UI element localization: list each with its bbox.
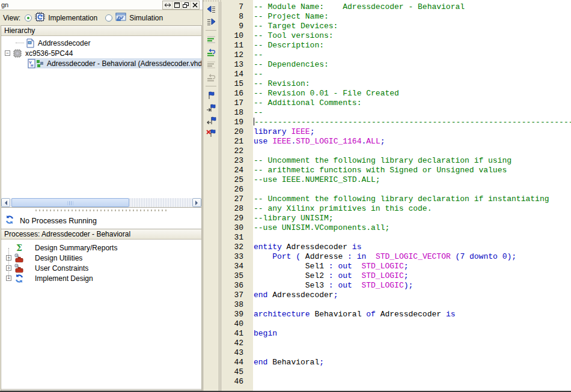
expand-expander-icon[interactable]: + — [6, 255, 11, 261]
shift-left-button[interactable] — [206, 4, 217, 14]
line-number: 12 — [222, 50, 248, 60]
line-number: 14 — [222, 70, 248, 79]
scrollbar-thumb[interactable] — [11, 198, 129, 207]
simulation-radio-label[interactable]: Simulation — [129, 14, 163, 22]
comment-lines-disabled-button[interactable] — [206, 59, 217, 70]
code-line: 12-- — [222, 50, 571, 60]
code-line: 30--use UNISIM.VComponents.all; — [222, 223, 571, 233]
float-window-button[interactable] — [163, 1, 172, 9]
code-text: -- Module Name: Adressdecoder - Behavior… — [248, 2, 571, 12]
design-panel-titlebar: gn — [0, 0, 203, 10]
scroll-left-button[interactable] — [1, 198, 10, 207]
implementation-radio-label[interactable]: Implementation — [48, 14, 97, 22]
simulation-radio[interactable] — [105, 14, 112, 22]
process-item[interactable]: ΣDesign Summary/Reports — [1, 243, 201, 253]
chip-icon — [13, 49, 22, 58]
comment-lines-button[interactable] — [206, 34, 217, 44]
expand-expander-icon[interactable]: + — [6, 276, 11, 281]
code-text: begin — [248, 329, 571, 339]
selected-row-highlight[interactable]: VHAdressdecoder - Behavioral (Adressdeco… — [28, 58, 201, 68]
uncomment-lines-icon — [206, 47, 216, 57]
process-item[interactable]: +Implement Design — [1, 273, 201, 283]
code-line: 27-- Uncomment the following library dec… — [222, 194, 571, 204]
expand-expander-icon[interactable]: + — [6, 265, 11, 271]
clear-bookmarks-button[interactable] — [206, 128, 217, 138]
scroll-right-arrow-icon — [195, 201, 200, 205]
code-line: 42 — [222, 339, 571, 348]
hierarchy-item-label: Addressdecoder — [38, 39, 90, 47]
hierarchy-item[interactable]: VHAdressdecoder - Behavioral (Adressdeco… — [1, 58, 201, 68]
editor-frame-divider — [219, 0, 221, 391]
panel-splitter[interactable] — [0, 208, 203, 213]
hierarchy-hscrollbar[interactable] — [1, 198, 201, 207]
code-text: -- Project Name: — [248, 12, 571, 22]
view-selector-bar: View: Implementation Simulation — [0, 11, 203, 25]
process-item[interactable]: +User Constraints — [1, 263, 201, 273]
toggle-bookmark-icon — [206, 91, 216, 100]
restore-button[interactable] — [181, 1, 190, 9]
implementation-radio[interactable] — [25, 14, 32, 22]
code-line: 29--library UNISIM; — [222, 214, 571, 223]
code-line: 10-- Tool versions: — [222, 31, 571, 41]
code-line: 13-- Dependencies: — [222, 60, 571, 70]
process-item[interactable]: +Design Utilities — [1, 253, 201, 263]
maximize-button[interactable] — [172, 1, 181, 9]
code-text: --library UNISIM; — [248, 214, 571, 223]
scroll-right-button[interactable] — [192, 198, 201, 207]
hierarchy-item[interactable]: Addressdecoder — [1, 38, 201, 48]
line-number: 22 — [222, 146, 248, 156]
code-line: 18-- — [222, 108, 571, 118]
code-line: 41begin — [222, 329, 571, 339]
icon-slot — [14, 253, 30, 263]
code-line: 20library IEEE; — [222, 127, 571, 137]
code-text: -- Description: — [248, 41, 571, 50]
close-button[interactable] — [190, 1, 199, 9]
processes-header: Processes: Adressdecoder - Behavioral — [1, 229, 201, 240]
panel-title: gn — [0, 1, 8, 8]
line-number: 20 — [222, 127, 248, 137]
process-item-label: User Constraints — [35, 264, 88, 273]
code-text — [248, 367, 571, 377]
code-text: entity Adressdecoder is — [248, 243, 571, 252]
row-content[interactable]: Addressdecoder — [25, 38, 201, 48]
line-number: 42 — [222, 339, 248, 348]
line-number: 27 — [222, 194, 248, 204]
next-bookmark-button[interactable] — [206, 103, 217, 113]
hierarchy-item-label: Adressdecoder - Behavioral (Adressdecode… — [47, 59, 201, 68]
toggle-bookmark-button[interactable] — [206, 90, 217, 100]
toolbar-separator — [206, 30, 216, 31]
uncomment-lines-disabled-button[interactable] — [206, 72, 217, 82]
close-icon — [192, 2, 198, 8]
code-text: end Behavioral; — [248, 358, 571, 367]
hierarchy-item-label: xc9536-5PC44 — [25, 49, 73, 58]
code-line: 39architecture Behavioral of Adressdecod… — [222, 310, 571, 319]
scroll-left-arrow-icon — [2, 201, 7, 205]
line-number: 36 — [222, 281, 248, 291]
code-text: -- Dependencies: — [248, 60, 571, 70]
vhdl-code-editor[interactable]: 7-- Module Name: Adressdecoder - Behavio… — [222, 0, 571, 391]
code-line: 8-- Project Name: — [222, 12, 571, 22]
line-number: 46 — [222, 377, 248, 387]
code-text: -- Tool versions: — [248, 31, 571, 41]
prev-bookmark-button[interactable] — [206, 115, 217, 125]
scrollbar-track[interactable] — [10, 198, 192, 207]
line-number: 17 — [222, 98, 248, 108]
collapse-expander-icon[interactable]: − — [5, 50, 10, 56]
line-number: 11 — [222, 41, 248, 50]
uncomment-lines-button[interactable] — [206, 47, 217, 57]
code-text: -- Revision: — [248, 79, 571, 89]
tools-icon — [14, 253, 25, 263]
row-content[interactable]: xc9536-5PC44 — [13, 48, 201, 58]
code-text — [248, 348, 571, 358]
code-text: -- Uncomment the following library decla… — [248, 194, 571, 204]
tree-guide-line — [16, 43, 24, 43]
code-line: 17-- Additional Comments: — [222, 98, 571, 108]
code-line: 32entity Adressdecoder is — [222, 243, 571, 252]
line-number: 29 — [222, 214, 248, 223]
code-line: 11-- Description: — [222, 41, 571, 50]
shift-right-button[interactable] — [206, 16, 217, 26]
code-text — [248, 339, 571, 348]
code-text: --use IEEE.NUMERIC_STD.ALL; — [248, 175, 571, 185]
code-line: 33 Port ( Addresse : in STD_LOGIC_VECTOR… — [222, 252, 571, 262]
hierarchy-item[interactable]: −xc9536-5PC44 — [1, 48, 201, 58]
